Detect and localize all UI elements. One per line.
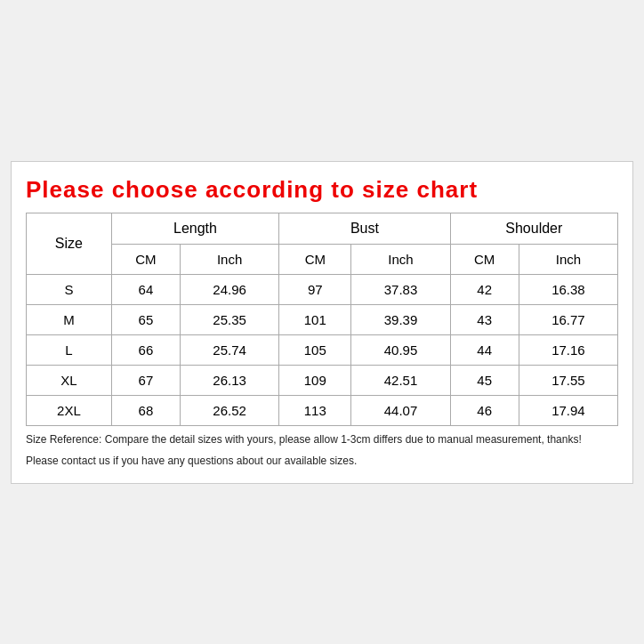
table-cell: 65	[111, 304, 180, 334]
table-cell: 66	[111, 334, 180, 365]
table-cell: 101	[279, 304, 351, 334]
table-cell: 25.35	[181, 304, 279, 334]
table-cell: 109	[279, 365, 351, 395]
table-cell: 64	[111, 274, 180, 304]
table-cell: 17.16	[519, 334, 617, 365]
table-row: S6424.969737.834216.38	[27, 274, 618, 304]
table-cell: 113	[279, 395, 351, 425]
table-cell: 16.77	[519, 304, 617, 334]
size-table: Size Length Bust Shoulder CM Inch CM Inc…	[26, 213, 618, 426]
shoulder-header: Shoulder	[450, 213, 617, 244]
note-1: Size Reference: Compare the detail sizes…	[26, 431, 618, 447]
table-cell: 45	[450, 365, 519, 395]
table-row: M6525.3510139.394316.77	[27, 304, 618, 334]
table-row: XL6726.1310942.514517.55	[27, 365, 618, 395]
size-header: Size	[27, 213, 112, 274]
table-cell: 26.13	[181, 365, 279, 395]
length-inch-header: Inch	[181, 244, 279, 274]
length-header: Length	[111, 213, 278, 244]
table-cell: 17.94	[519, 395, 617, 425]
table-cell: M	[27, 304, 112, 334]
page-title: Please choose according to size chart	[26, 176, 618, 204]
table-cell: 26.52	[181, 395, 279, 425]
table-cell: 39.39	[351, 304, 450, 334]
table-cell: 67	[111, 365, 180, 395]
bust-cm-header: CM	[279, 244, 351, 274]
table-cell: 44	[450, 334, 519, 365]
table-cell: 44.07	[351, 395, 450, 425]
table-cell: XL	[27, 365, 112, 395]
table-cell: 43	[450, 304, 519, 334]
bust-inch-header: Inch	[351, 244, 450, 274]
shoulder-cm-header: CM	[450, 244, 519, 274]
table-cell: 46	[450, 395, 519, 425]
table-cell: 37.83	[351, 274, 450, 304]
table-cell: 97	[279, 274, 351, 304]
table-row: L6625.7410540.954417.16	[27, 334, 618, 365]
table-cell: 40.95	[351, 334, 450, 365]
table-cell: 24.96	[181, 274, 279, 304]
bust-header: Bust	[279, 213, 450, 244]
table-cell: 17.55	[519, 365, 617, 395]
table-row: 2XL6826.5211344.074617.94	[27, 395, 618, 425]
length-cm-header: CM	[111, 244, 180, 274]
table-cell: L	[27, 334, 112, 365]
table-cell: 25.74	[181, 334, 279, 365]
shoulder-inch-header: Inch	[519, 244, 617, 274]
table-cell: 105	[279, 334, 351, 365]
table-cell: 2XL	[27, 395, 112, 425]
table-cell: 16.38	[519, 274, 617, 304]
table-cell: S	[27, 274, 112, 304]
table-cell: 42	[450, 274, 519, 304]
size-chart-card: Please choose according to size chart Si…	[11, 161, 633, 484]
note-2: Please contact us if you have any questi…	[26, 453, 618, 469]
table-cell: 68	[111, 395, 180, 425]
table-cell: 42.51	[351, 365, 450, 395]
